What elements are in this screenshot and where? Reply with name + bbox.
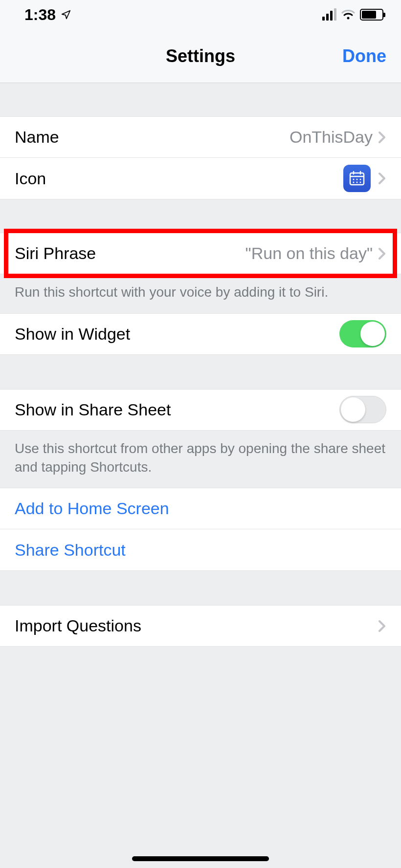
siri-highlight-wrap: Siri Phrase "Run on this day" xyxy=(0,233,401,274)
group-links: Add to Home Screen Share Shortcut xyxy=(0,488,401,571)
status-time: 1:38 xyxy=(24,6,56,24)
svg-point-8 xyxy=(353,182,355,183)
svg-point-0 xyxy=(347,17,350,20)
svg-point-10 xyxy=(360,182,361,183)
row-icon-label: Icon xyxy=(15,169,46,188)
chevron-icon xyxy=(378,172,386,185)
wifi-icon xyxy=(341,9,355,20)
page-title: Settings xyxy=(166,46,235,66)
group-share-sheet: Show in Share Sheet xyxy=(0,389,401,431)
battery-icon xyxy=(360,9,383,21)
chevron-icon xyxy=(378,247,386,260)
svg-point-5 xyxy=(353,179,355,180)
row-siri-phrase[interactable]: Siri Phrase "Run on this day" xyxy=(0,233,401,274)
svg-point-6 xyxy=(356,179,358,180)
group-siri: Siri Phrase "Run on this day" xyxy=(0,233,401,274)
row-show-in-share-sheet[interactable]: Show in Share Sheet xyxy=(0,389,401,431)
share-sheet-label: Show in Share Sheet xyxy=(15,400,171,419)
chevron-icon xyxy=(378,619,386,633)
nav-bar: Settings Done xyxy=(0,29,401,83)
widget-toggle[interactable] xyxy=(339,320,386,347)
siri-value: "Run on this day" xyxy=(245,244,373,263)
share-sheet-footer: Use this shortcut from other apps by ope… xyxy=(0,431,401,488)
calendar-icon xyxy=(343,165,371,192)
import-q-label: Import Questions xyxy=(15,616,141,635)
svg-point-7 xyxy=(360,179,361,180)
share-sheet-toggle[interactable] xyxy=(339,396,386,423)
share-shortcut-label: Share Shortcut xyxy=(15,541,126,560)
row-show-in-widget[interactable]: Show in Widget xyxy=(0,313,401,355)
status-bar: 1:38 xyxy=(0,0,401,29)
home-indicator[interactable] xyxy=(132,856,269,861)
siri-label: Siri Phrase xyxy=(15,244,96,263)
svg-point-9 xyxy=(356,182,358,183)
group-basic: Name OnThisDay Icon xyxy=(0,116,401,199)
group-import: Import Questions xyxy=(0,605,401,647)
row-share-shortcut[interactable]: Share Shortcut xyxy=(0,529,401,571)
row-add-to-home-screen[interactable]: Add to Home Screen xyxy=(0,488,401,529)
row-name[interactable]: Name OnThisDay xyxy=(0,116,401,158)
row-icon[interactable]: Icon xyxy=(0,158,401,199)
chevron-icon xyxy=(378,130,386,144)
cellular-icon xyxy=(322,9,336,21)
row-import-questions[interactable]: Import Questions xyxy=(0,605,401,647)
siri-footer: Run this shortcut with your voice by add… xyxy=(0,274,401,313)
row-name-value: OnThisDay xyxy=(290,128,373,147)
add-home-label: Add to Home Screen xyxy=(15,499,169,518)
status-left: 1:38 xyxy=(24,6,71,24)
done-button[interactable]: Done xyxy=(342,46,386,66)
group-widget: Show in Widget xyxy=(0,313,401,355)
widget-label: Show in Widget xyxy=(15,325,130,344)
location-icon xyxy=(61,6,71,24)
row-name-label: Name xyxy=(15,128,59,147)
status-right xyxy=(322,9,383,21)
